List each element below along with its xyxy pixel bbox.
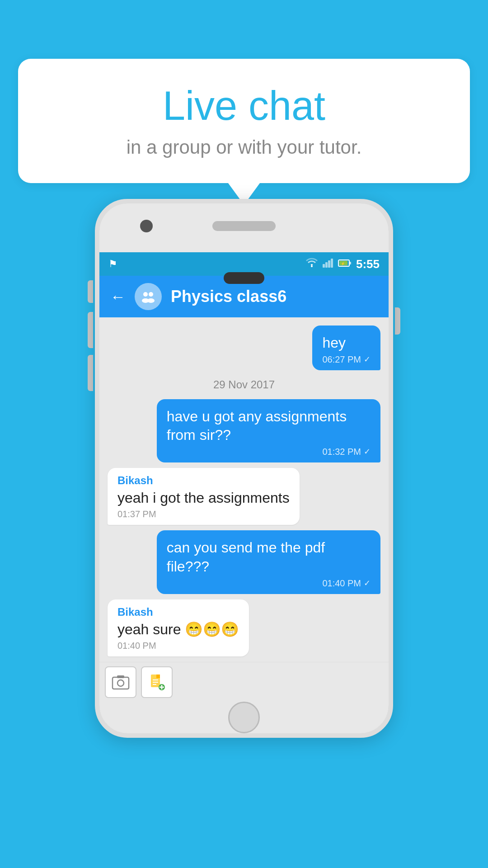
svg-point-14 [117,680,124,686]
phone-top [99,203,389,249]
back-button[interactable]: ← [110,288,126,306]
message-text: hey [322,334,371,353]
svg-rect-15 [117,675,124,678]
message-sent-assignments: have u got any assignments from sir?? 01… [157,399,380,462]
silent-button [88,355,93,391]
phone-body: ⚑ [95,199,393,738]
bubble-title: Live chat [45,84,443,128]
phone-mockup: ⚑ [95,199,393,738]
chat-title: Physics class6 [171,287,378,306]
message-time: 06:27 PM [322,354,361,365]
notification-icon: ⚑ [108,258,117,270]
phone-bottom [99,702,389,733]
chat-area: hey 06:27 PM ✓ 29 Nov 2017 have u got an… [99,317,389,662]
phone-earpiece [224,272,264,284]
sender-name: Bikash [117,606,239,618]
message-received-bikash2: Bikash yeah sure 😁😁😁 01:40 PM [108,599,249,657]
speech-bubble: Live chat in a group or with your tutor. [18,59,470,183]
message-meta: 01:37 PM [117,509,290,519]
svg-rect-1 [323,264,325,268]
message-text: yeah sure 😁😁😁 [117,620,239,639]
message-time: 01:40 PM [322,578,361,589]
volume-down-button [88,312,93,348]
svg-rect-2 [325,262,328,268]
phone-screen: ⚑ [99,252,389,702]
battery-icon: ⚡ [338,258,352,270]
home-button[interactable] [228,702,260,733]
message-meta: 06:27 PM ✓ [322,354,371,365]
message-time: 01:32 PM [322,447,361,457]
phone-camera [140,220,153,232]
read-receipt: ✓ [364,578,371,588]
svg-rect-4 [331,259,333,268]
bubble-subtitle: in a group or with your tutor. [45,137,443,158]
group-avatar [135,283,162,310]
read-receipt: ✓ [364,354,371,364]
svg-point-0 [311,265,313,267]
file-attach-button[interactable] [141,666,173,698]
svg-rect-13 [113,677,129,689]
message-text: yeah i got the assignments [117,489,290,508]
message-sent-hey: hey 06:27 PM ✓ [312,326,380,370]
svg-text:⚡: ⚡ [341,261,345,266]
svg-point-12 [147,298,155,303]
image-attach-button[interactable] [105,666,136,698]
signal-icon [323,258,333,270]
message-sent-pdf: can you send me the pdf file??? 01:40 PM… [157,530,380,594]
message-meta: 01:40 PM [117,641,239,651]
svg-rect-7 [349,262,351,264]
speech-bubble-container: Live chat in a group or with your tutor. [18,59,470,183]
svg-point-9 [143,292,148,297]
svg-point-10 [149,292,153,297]
svg-rect-3 [328,260,330,268]
input-area [99,662,389,702]
read-receipt: ✓ [364,447,371,457]
message-received-bikash1: Bikash yeah i got the assignments 01:37 … [108,468,300,525]
status-right: ⚡ 5:55 [305,257,380,271]
wifi-icon [305,258,318,270]
message-meta: 01:32 PM ✓ [167,447,371,457]
status-time: 5:55 [356,257,380,271]
status-left: ⚑ [108,258,117,270]
message-meta: 01:40 PM ✓ [167,578,371,589]
date-divider: 29 Nov 2017 [108,378,380,391]
message-text: can you send me the pdf file??? [167,538,371,576]
message-text: have u got any assignments from sir?? [167,407,371,445]
volume-up-button [88,280,93,303]
sender-name: Bikash [117,474,290,487]
phone-speaker [212,221,276,231]
power-button [395,307,400,335]
